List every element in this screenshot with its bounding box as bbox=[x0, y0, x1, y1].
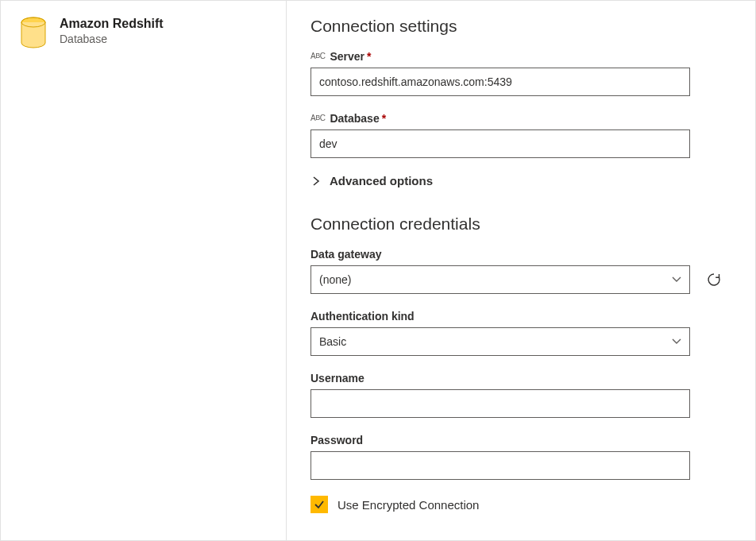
username-field: Username bbox=[310, 372, 727, 418]
chevron-down-icon bbox=[672, 337, 681, 346]
connection-credentials-heading: Connection credentials bbox=[310, 214, 727, 234]
server-label: Server* bbox=[330, 50, 371, 63]
refresh-gateway-button[interactable] bbox=[704, 270, 723, 289]
text-type-icon: ABC bbox=[310, 52, 325, 60]
advanced-options-toggle[interactable]: Advanced options bbox=[310, 174, 727, 187]
chevron-right-icon bbox=[310, 176, 322, 187]
auth-kind-select[interactable]: Basic bbox=[310, 327, 690, 356]
data-gateway-selected-value: (none) bbox=[319, 273, 351, 286]
refresh-icon bbox=[706, 272, 722, 288]
server-field: ABC Server* bbox=[310, 50, 727, 96]
required-marker: * bbox=[382, 112, 386, 125]
connector-sidebar: Amazon Redshift Database bbox=[1, 1, 287, 540]
data-gateway-select[interactable]: (none) bbox=[310, 265, 690, 294]
username-label: Username bbox=[310, 372, 727, 384]
connector-title: Amazon Redshift bbox=[60, 17, 164, 31]
data-gateway-label: Data gateway bbox=[310, 248, 727, 261]
connector-subtitle: Database bbox=[60, 33, 164, 45]
required-marker: * bbox=[367, 50, 371, 63]
password-input[interactable] bbox=[310, 451, 690, 480]
data-gateway-field: Data gateway (none) bbox=[310, 248, 727, 294]
database-field: ABC Database* bbox=[310, 112, 727, 158]
database-label: Database* bbox=[330, 112, 386, 125]
checkmark-icon bbox=[314, 499, 325, 510]
server-input[interactable] bbox=[310, 68, 690, 96]
auth-kind-selected-value: Basic bbox=[319, 335, 346, 348]
encrypted-connection-label: Use Encrypted Connection bbox=[338, 498, 479, 512]
auth-kind-field: Authentication kind Basic bbox=[310, 310, 727, 356]
database-input[interactable] bbox=[310, 129, 690, 158]
chevron-down-icon bbox=[672, 275, 681, 284]
database-icon bbox=[20, 17, 47, 51]
password-label: Password bbox=[310, 434, 727, 446]
connector-title-block: Amazon Redshift Database bbox=[60, 17, 164, 45]
main-panel: Connection settings ABC Server* ABC Data… bbox=[287, 1, 755, 540]
auth-kind-label: Authentication kind bbox=[310, 310, 727, 323]
encrypted-connection-checkbox[interactable] bbox=[310, 496, 328, 513]
encrypted-connection-row: Use Encrypted Connection bbox=[310, 496, 727, 513]
connection-settings-heading: Connection settings bbox=[310, 17, 727, 36]
password-field: Password bbox=[310, 434, 727, 480]
advanced-options-label: Advanced options bbox=[330, 174, 433, 187]
username-input[interactable] bbox=[310, 389, 690, 418]
text-type-icon: ABC bbox=[310, 114, 325, 122]
